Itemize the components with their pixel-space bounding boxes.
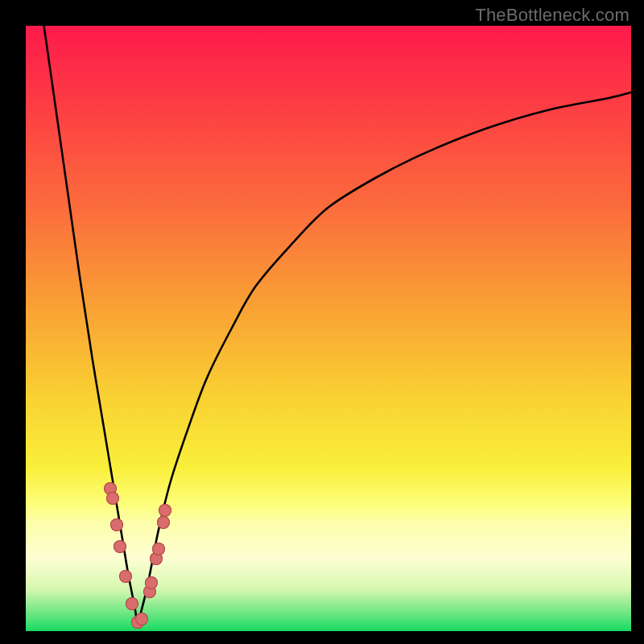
sample-dot [106,492,119,505]
sample-dot [135,613,148,625]
sample-dot [159,504,171,517]
sample-dot [114,540,126,553]
sample-dot [157,516,170,529]
frame-bottom [0,631,644,644]
sample-dot [126,597,138,610]
frame-left [0,0,26,644]
sample-dot [152,543,165,555]
watermark-text: TheBottleneck.com [475,5,630,26]
sample-dot [119,570,132,583]
plot-area [26,26,631,631]
sample-dot [145,576,158,589]
frame-right [631,0,644,644]
sample-dot [110,518,123,531]
